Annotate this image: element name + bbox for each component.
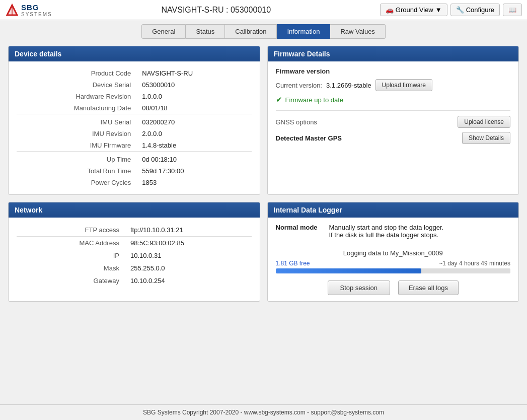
firmware-section-title: Firmware version (276, 67, 511, 75)
logger-mode-desc: Manually start and stop the data logger.… (329, 224, 444, 239)
logo-icon (5, 3, 19, 17)
gnss-options-row: GNSS options Upload license (276, 116, 511, 128)
field-value: 1.0.0.0 (134, 91, 251, 102)
field-value: NAVSIGHT-S-RU (134, 67, 251, 79)
firmware-current-row: Current version: 3.1.2669-stable Upload … (276, 79, 511, 91)
time-remaining-text: ~1 day 4 hours 49 minutes (439, 260, 510, 267)
field-value: 10.10.0.254 (122, 274, 252, 287)
table-row: Product Code NAVSIGHT-S-RU (17, 67, 252, 79)
checkmark-icon: ✔ (276, 95, 282, 104)
logger-divider (276, 245, 511, 245)
progress-bar-container (276, 268, 511, 273)
mode-desc-line1: Manually start and stop the data logger. (329, 224, 444, 231)
field-label: Power Cycles (17, 177, 134, 188)
field-label: IMU Revision (17, 128, 134, 139)
field-value: 98:5C:93:00:02:85 (122, 237, 252, 250)
footer-text: SBG Systems Copyright 2007-2020 - www.sb… (143, 409, 384, 416)
configure-button[interactable]: 🔧 Configure (450, 4, 500, 16)
field-value: 0d 00:18:10 (134, 152, 251, 166)
table-row: Power Cycles 1853 (17, 177, 252, 188)
progress-bar-fill (276, 268, 421, 273)
table-row: Up Time 0d 00:18:10 (17, 152, 252, 166)
logo-text: SBG (21, 3, 52, 12)
upload-license-button[interactable]: Upload license (458, 116, 510, 128)
logger-mode-row: Normal mode Manually start and stop the … (276, 224, 511, 239)
network-table: FTP access ftp://10.10.0.31:21 MAC Addre… (17, 224, 252, 287)
field-value: 1.4.8-stable (134, 139, 251, 152)
device-details-panel: Device details Product Code NAVSIGHT-S-R… (8, 46, 260, 195)
free-space-text: 1.81 GB free (276, 260, 310, 267)
field-label: IMU Serial (17, 114, 134, 128)
field-value: 559d 17:30:00 (134, 165, 251, 177)
detected-gps-row: Detected Master GPS Show Details (276, 132, 511, 144)
tab-general[interactable]: General (141, 24, 186, 39)
nav-tabs: General Status Calibration Information R… (0, 20, 527, 39)
field-value: 10.10.0.31 (122, 249, 252, 262)
field-value: 1853 (134, 177, 251, 188)
footer: SBG Systems Copyright 2007-2020 - www.sb… (0, 404, 527, 420)
firmware-details-body: Firmware version Current version: 3.1.26… (268, 61, 519, 150)
field-label: Product Code (17, 67, 134, 79)
logo-sub: SYSTEMS (21, 12, 52, 17)
field-label: MAC Address (17, 237, 122, 250)
logo: SBG SYSTEMS (5, 3, 52, 17)
main-content: Device details Product Code NAVSIGHT-S-R… (0, 39, 527, 309)
logger-actions: Stop session Erase all logs (276, 281, 511, 295)
detected-gps-label: Detected Master GPS (276, 134, 342, 142)
book-button[interactable]: 📖 (503, 4, 522, 16)
table-row: Mask 255.255.0.0 (17, 262, 252, 274)
field-label: Device Serial (17, 79, 134, 91)
device-details-body: Product Code NAVSIGHT-S-RU Device Serial… (9, 61, 260, 194)
table-row: Device Serial 053000010 (17, 79, 252, 91)
device-details-header: Device details (9, 46, 260, 61)
data-logger-header: Internal Data Logger (268, 202, 519, 218)
ground-view-button[interactable]: 🚗 Ground View ▼ (380, 4, 447, 16)
erase-all-logs-button[interactable]: Erase all logs (398, 281, 459, 295)
table-row: Total Run Time 559d 17:30:00 (17, 165, 252, 177)
wrench-icon: 🔧 (456, 6, 464, 14)
network-body: FTP access ftp://10.10.0.31:21 MAC Addre… (9, 218, 260, 293)
book-icon: 📖 (508, 6, 516, 14)
table-row: FTP access ftp://10.10.0.31:21 (17, 224, 252, 237)
field-label: Manufacturing Date (17, 102, 134, 114)
tab-calibration[interactable]: Calibration (225, 24, 277, 39)
field-value: 032000270 (134, 114, 251, 128)
field-value: 08/01/18 (134, 102, 251, 114)
current-version-value: 3.1.2669-stable (326, 82, 371, 89)
field-value: 255.255.0.0 (122, 262, 252, 274)
field-label: Hardware Revision (17, 91, 134, 102)
gnss-label: GNSS options (276, 118, 317, 126)
table-row: IMU Serial 032000270 (17, 114, 252, 128)
network-panel: Network FTP access ftp://10.10.0.31:21 M… (8, 202, 260, 302)
current-version-label: Current version: (276, 82, 322, 89)
field-label: FTP access (17, 224, 122, 237)
firmware-status-text: Firmware up to date (285, 96, 344, 104)
mode-desc-line2: If the disk is full the data logger stop… (329, 231, 444, 239)
tab-raw-values[interactable]: Raw Values (330, 24, 385, 39)
device-details-table: Product Code NAVSIGHT-S-RU Device Serial… (17, 67, 252, 188)
device-title: NAVSIGHT-S-RU : 053000010 (52, 6, 380, 15)
field-label: Gateway (17, 274, 122, 287)
stop-session-button[interactable]: Stop session (328, 281, 390, 295)
car-icon: 🚗 (386, 6, 394, 14)
firmware-divider (276, 110, 511, 111)
upload-firmware-button[interactable]: Upload firmware (375, 79, 432, 91)
table-row: Hardware Revision 1.0.0.0 (17, 91, 252, 102)
table-row: Gateway 10.10.0.254 (17, 274, 252, 287)
network-header: Network (9, 202, 260, 218)
table-row: Manufacturing Date 08/01/18 (17, 102, 252, 114)
field-value: 2.0.0.0 (134, 128, 251, 139)
table-row: MAC Address 98:5C:93:00:02:85 (17, 237, 252, 250)
field-label: IP (17, 249, 122, 262)
firmware-details-panel: Firmware Details Firmware version Curren… (267, 46, 519, 195)
show-details-button[interactable]: Show Details (462, 132, 510, 144)
chevron-down-icon: ▼ (435, 6, 442, 14)
field-value: ftp://10.10.0.31:21 (122, 224, 252, 237)
firmware-status: ✔ Firmware up to date (276, 95, 511, 104)
field-label: Total Run Time (17, 165, 134, 177)
field-value: 053000010 (134, 79, 251, 91)
data-logger-body: Normal mode Manually start and stop the … (268, 218, 519, 301)
tab-information[interactable]: Information (277, 24, 330, 39)
tab-status[interactable]: Status (186, 24, 225, 39)
field-label: Up Time (17, 152, 134, 166)
